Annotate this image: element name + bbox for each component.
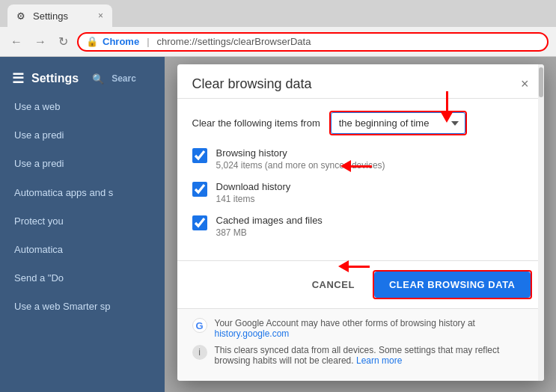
learn-more-link[interactable]: Learn more — [356, 355, 402, 366]
clear-browsing-data-dialog: Clear browsing data × Clear the followin… — [177, 64, 544, 381]
dialog-close-button[interactable]: × — [521, 76, 529, 92]
menu-icon[interactable]: ☰ — [12, 70, 24, 87]
address-url: chrome://settings/clearBrowserData — [157, 36, 311, 47]
dialog-title: Clear browsing data — [192, 76, 312, 92]
chrome-window: ⚙ Settings × ← → ↻ 🔒 Chrome | chrome://s… — [0, 0, 556, 392]
sidebar-title: Settings — [31, 72, 79, 85]
search-icon[interactable]: 🔍 — [92, 73, 104, 85]
browsing-history-checkbox-wrapper — [192, 148, 207, 163]
time-range-select-wrapper: the beginning of time last hour last day… — [329, 111, 467, 135]
google-icon: G — [192, 318, 207, 333]
cached-images-label: Cached images and files — [216, 215, 323, 226]
download-history-checkbox-wrapper — [192, 182, 207, 197]
time-range-select[interactable]: the beginning of time last hour last day… — [331, 112, 465, 134]
download-history-label-group: Download history 141 items — [216, 181, 291, 204]
time-range-row: Clear the following items from the begin… — [192, 111, 529, 135]
sync-info-text: This clears synced data from all devices… — [215, 345, 529, 366]
sync-info-row: i This clears synced data from all devic… — [192, 345, 529, 366]
scrollbar-thumb[interactable] — [539, 67, 543, 97]
sidebar: ☰ Settings 🔍 Searc Use a web Use a predi… — [0, 57, 165, 392]
sidebar-item-5[interactable]: Automatica — [0, 236, 165, 264]
main-area: ☰ Settings 🔍 Searc Use a web Use a predi… — [0, 57, 556, 392]
sidebar-search-label: Searc — [111, 73, 136, 84]
dialog-scrollbar[interactable] — [538, 64, 544, 381]
sidebar-item-3[interactable]: Automatica apps and s — [0, 179, 165, 207]
cached-images-label-group: Cached images and files 387 MB — [216, 215, 323, 238]
time-range-label: Clear the following items from — [192, 117, 320, 129]
browsing-history-label: Browsing history — [216, 147, 385, 159]
modal-overlay: Clear browsing data × Clear the followin… — [165, 57, 556, 392]
download-history-row: Download history 141 items — [192, 181, 529, 204]
dialog-body: Clear the following items from the begin… — [177, 99, 544, 260]
browsing-history-label-group: Browsing history 5,024 items (and more o… — [216, 147, 385, 171]
sidebar-item-4[interactable]: Protect you — [0, 207, 165, 236]
address-chrome: Chrome — [103, 36, 139, 47]
tab-close-button[interactable]: × — [98, 10, 103, 21]
google-account-info-row: G Your Google Account may have other for… — [192, 318, 529, 339]
dialog-footer: CANCEL CLEAR BROWSING DATA — [177, 260, 544, 308]
tab-title: Settings — [33, 10, 68, 22]
address-bar: ← → ↻ 🔒 Chrome | chrome://settings/clear… — [0, 27, 556, 57]
forward-button[interactable]: → — [31, 34, 49, 50]
dialog-header: Clear browsing data × — [177, 64, 544, 99]
sidebar-item-1[interactable]: Use a predi — [0, 121, 165, 150]
cached-images-checkbox-wrapper — [192, 215, 207, 230]
sidebar-item-7[interactable]: Use a web Smarter sp — [0, 293, 165, 321]
back-button[interactable]: ← — [7, 34, 25, 50]
address-input[interactable]: 🔒 Chrome | chrome://settings/clearBrowse… — [77, 32, 549, 52]
tab-favicon-icon: ⚙ — [16, 10, 27, 21]
cached-images-sublabel: 387 MB — [216, 227, 323, 238]
address-separator: | — [147, 36, 149, 47]
download-history-checkbox[interactable] — [192, 182, 207, 197]
history-google-link[interactable]: history.google.com — [215, 328, 290, 339]
info-icon: i — [192, 345, 207, 360]
download-history-sublabel: 141 items — [216, 194, 291, 204]
clear-browsing-data-button[interactable]: CLEAR BROWSING DATA — [374, 272, 531, 298]
refresh-button[interactable]: ↻ — [55, 33, 71, 50]
download-history-label: Download history — [216, 181, 291, 192]
dialog-info: G Your Google Account may have other for… — [177, 308, 544, 381]
clear-button-wrapper: CLEAR BROWSING DATA — [373, 270, 532, 299]
sidebar-item-2[interactable]: Use a predi — [0, 150, 165, 178]
sidebar-header: ☰ Settings 🔍 Searc — [0, 64, 165, 93]
google-account-info-text: Your Google Account may have other forms… — [215, 318, 475, 339]
cancel-button[interactable]: CANCEL — [303, 273, 364, 296]
sidebar-item-0[interactable]: Use a web — [0, 93, 165, 121]
browsing-history-checkbox[interactable] — [192, 148, 207, 163]
cached-images-checkbox[interactable] — [192, 215, 207, 230]
cached-images-row: Cached images and files 387 MB — [192, 215, 529, 238]
sidebar-item-6[interactable]: Send a "Do — [0, 264, 165, 293]
browsing-history-row: Browsing history 5,024 items (and more o… — [192, 147, 529, 171]
content-area: Clear browsing data × Clear the followin… — [165, 57, 556, 392]
tab-bar: ⚙ Settings × — [0, 0, 556, 27]
active-tab[interactable]: ⚙ Settings × — [7, 4, 112, 27]
browsing-history-sublabel: 5,024 items (and more on synced devices) — [216, 160, 385, 171]
